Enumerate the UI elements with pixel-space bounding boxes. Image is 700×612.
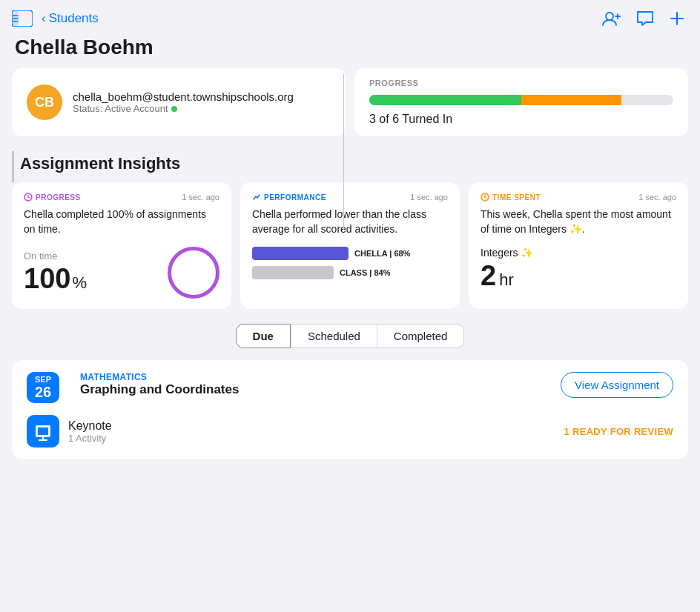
insight-card-performance: PERFORMANCE 1 sec. ago Chella performed … <box>240 182 460 309</box>
assignment-header: SEP 26 MATHEMATICS Graphing and Coordina… <box>27 372 673 403</box>
insight-desc-progress: Chella completed 100% of assignments on … <box>24 207 219 236</box>
progress-card: PROGRESS 3 of 6 Turned In <box>354 68 688 136</box>
view-assignment-button[interactable]: View Assignment <box>561 372 673 398</box>
badge-performance-label: PERFORMANCE <box>264 193 326 202</box>
top-cards: CB chella_boehm@student.townshipschools.… <box>12 68 688 136</box>
top-bar-left: ‹ Students <box>12 10 99 27</box>
activity-badge: 1 READY FOR REVIEW <box>564 426 673 437</box>
filter-tab-due[interactable]: Due <box>236 324 291 348</box>
assignment-title: Graphing and Coordinates <box>80 382 561 397</box>
filter-tab-completed[interactable]: Completed <box>377 324 465 348</box>
student-header: Chella Boehm <box>0 33 700 68</box>
insight-card-progress: PROGRESS 1 sec. ago Chella completed 100… <box>12 182 231 309</box>
person-add-button[interactable] <box>602 10 621 27</box>
badge-timespent-label: TIME SPENT <box>492 193 541 202</box>
svg-line-13 <box>485 197 487 199</box>
profile-email: chella_boehm@student.townshipschools.org <box>73 90 294 103</box>
insight-card-header-progress: PROGRESS 1 sec. ago <box>24 193 219 202</box>
top-bar-right <box>602 10 685 27</box>
progress-bar-orange <box>521 95 621 105</box>
profile-status: Status: Active Account <box>73 103 294 114</box>
filter-tab-scheduled[interactable]: Scheduled <box>291 324 377 348</box>
metric-value-progress: 100 % <box>24 263 87 295</box>
insight-desc-performance: Chella performed lower than the class av… <box>252 207 448 236</box>
date-day: 26 <box>35 384 51 400</box>
date-month: SEP <box>35 375 51 384</box>
activity-row: Keynote 1 Activity 1 READY FOR REVIEW <box>27 413 673 448</box>
status-dot-icon <box>171 106 177 112</box>
main-container: ‹ Students <box>0 0 700 612</box>
status-text: Status: Active Account <box>73 103 168 114</box>
back-chevron-icon: ‹ <box>42 11 46 26</box>
insight-card-timespent: TIME SPENT 1 sec. ago This week, Chella … <box>469 182 688 309</box>
insight-badge-timespent: TIME SPENT <box>481 193 541 202</box>
insight-time-progress: 1 sec. ago <box>182 193 219 202</box>
back-label: Students <box>49 11 99 26</box>
vertical-divider <box>343 74 344 230</box>
profile-card: CB chella_boehm@student.townshipschools.… <box>12 68 346 136</box>
activity-name: Keynote <box>68 419 112 433</box>
circle-progress-icon <box>168 247 219 299</box>
activity-info: Keynote 1 Activity <box>68 419 112 444</box>
insight-cards: PROGRESS 1 sec. ago Chella completed 100… <box>12 182 688 309</box>
insight-card-header-timespent: TIME SPENT 1 sec. ago <box>481 193 676 202</box>
chat-button[interactable] <box>636 10 654 27</box>
metric-unit-progress: % <box>72 273 87 293</box>
section-title: Assignment Insights <box>12 151 688 182</box>
student-name: Chella Boehm <box>15 36 685 59</box>
progress-bar <box>369 95 673 105</box>
perf-bars: CHELLA | 68% CLASS | 84% <box>252 247 448 279</box>
sidebar-toggle-button[interactable] <box>12 10 33 27</box>
insight-badge-performance: PERFORMANCE <box>252 193 326 202</box>
badge-progress-label: PROGRESS <box>36 193 81 202</box>
add-button[interactable] <box>669 10 685 27</box>
progress-bar-green <box>369 95 521 105</box>
perf-bar-class-label: CLASS | 84% <box>340 268 391 277</box>
content-area: CB chella_boehm@student.townshipschools.… <box>0 68 700 459</box>
insight-desc-timespent: This week, Chella spent the most amount … <box>481 207 676 236</box>
back-button[interactable]: ‹ Students <box>42 11 99 26</box>
perf-bar-chella-row: CHELLA | 68% <box>252 247 448 260</box>
metric-label-progress: On time <box>24 250 87 262</box>
keynote-icon <box>27 415 59 448</box>
activity-sub: 1 Activity <box>68 433 112 444</box>
activity-left: Keynote 1 Activity <box>27 415 112 448</box>
insight-time-performance: 1 sec. ago <box>410 193 448 202</box>
assignment-card: SEP 26 MATHEMATICS Graphing and Coordina… <box>12 360 688 459</box>
assignment-date-box: SEP 26 <box>27 372 59 403</box>
svg-point-5 <box>606 13 613 20</box>
time-unit: hr <box>499 270 514 290</box>
perf-bar-class <box>252 266 334 279</box>
progress-label: PROGRESS <box>369 79 673 87</box>
progress-text: 3 of 6 Turned In <box>369 113 673 126</box>
metric-left: On time 100 % <box>24 250 87 295</box>
assignment-title-area: MATHEMATICS Graphing and Coordinates <box>70 372 561 397</box>
assignment-subject: MATHEMATICS <box>80 372 561 382</box>
perf-bar-chella-label: CHELLA | 68% <box>354 249 410 258</box>
perf-bar-class-row: CLASS | 84% <box>252 266 448 279</box>
top-bar: ‹ Students <box>0 0 700 33</box>
insight-card-header-performance: PERFORMANCE 1 sec. ago <box>252 193 448 202</box>
time-topic: Integers ✨ <box>481 247 676 259</box>
svg-rect-17 <box>38 428 48 435</box>
avatar: CB <box>27 84 62 120</box>
profile-info: chella_boehm@student.townshipschools.org… <box>73 90 294 114</box>
perf-bar-chella <box>252 247 349 260</box>
filter-tabs: Due Scheduled Completed <box>12 324 688 348</box>
insight-badge-progress: PROGRESS <box>24 193 81 202</box>
metric-row-progress: On time 100 % <box>24 247 219 299</box>
insight-time-timespent: 1 sec. ago <box>638 193 676 202</box>
time-value: 2 hr <box>481 260 676 292</box>
